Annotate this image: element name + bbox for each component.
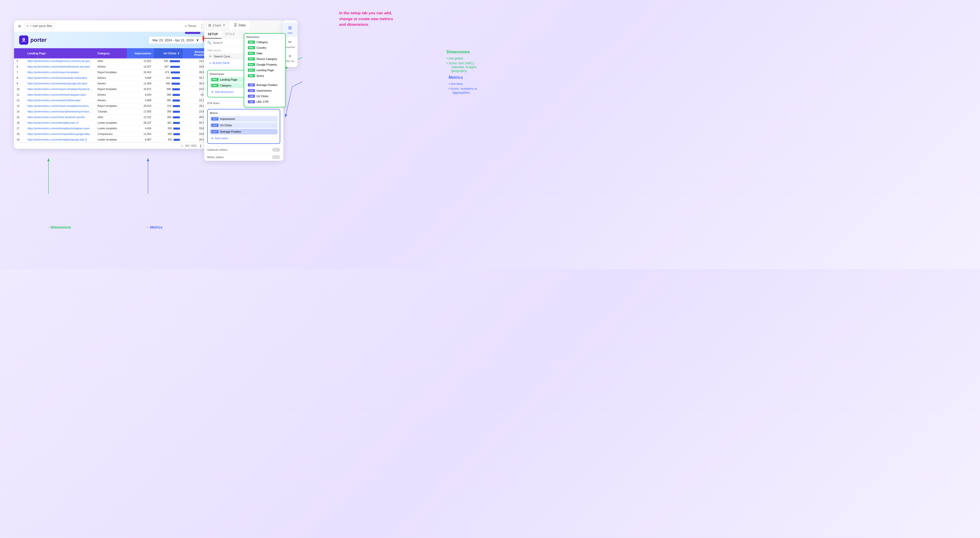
data-source-name: Search Cons... <box>214 55 232 58</box>
metric-point-2: Icons: numbers or aggregation. <box>449 86 477 95</box>
category-cell: Looker templates <box>95 126 127 132</box>
reset-button[interactable]: ↩ Reset <box>185 24 196 28</box>
right-metric-badge: 123 <box>248 89 255 92</box>
setup-tab[interactable]: SETUP <box>204 30 221 38</box>
right-metric-item[interactable]: 123 URL CTR <box>246 99 283 104</box>
right-metric-badge: 123 <box>248 83 255 86</box>
right-metric-item[interactable]: 123 Url Clicks <box>246 94 283 99</box>
right-dim-panel: Dimension RBC Category RBC Country RBC D… <box>244 33 286 107</box>
more-options-button[interactable]: ⋮ <box>199 23 204 29</box>
url-cell: https://portermetrics.com/en/templates/i… <box>25 126 95 132</box>
porter-logo-icon <box>19 35 28 44</box>
impressions-cell: 10,972 <box>127 86 154 92</box>
clicks-cell: 398 <box>154 86 183 92</box>
right-dim-item[interactable]: RBC Country <box>246 45 283 50</box>
dimensions-annotation: Dimensions Are green Icons: text (ABC), … <box>447 50 477 73</box>
category-cell: Articles <box>95 75 127 81</box>
clicks-cell: 350 <box>154 126 183 132</box>
right-metric-label: Average Position <box>256 83 278 86</box>
metric-label: Average Position <box>220 130 241 133</box>
url-clicks-header[interactable]: Url Clicks ▼ <box>154 48 183 59</box>
right-metric-label: URL CTR <box>256 100 269 103</box>
category-cell: other <box>95 114 127 120</box>
dim-label: Landing Page <box>220 78 237 81</box>
optional-metrics-toggle[interactable] <box>272 148 280 152</box>
table-row: 10. https://portermetrics.com/en/report-… <box>14 86 208 92</box>
pagination-info: 1 - 100 / 6602 <box>181 144 197 147</box>
data-tab-icon: ☰ <box>234 23 237 27</box>
right-dim-badge: RBC <box>248 41 255 44</box>
impressions-cell: 28,197 <box>127 120 154 126</box>
right-dim-item[interactable]: RBC Query <box>246 73 283 78</box>
search-icon: 🔍 <box>207 41 211 44</box>
url-cell: https://portermetrics.com/en/articles/pa… <box>25 75 95 81</box>
category-header[interactable]: Category <box>95 48 127 59</box>
table-row: 8. https://portermetrics.com/en/articles… <box>14 75 208 81</box>
porter-header: porter Mar 23, 2024 - Apr 21, 2024 ▼ <box>14 32 208 48</box>
metrics-annotation-title: Metrics <box>449 75 477 80</box>
table-row: 16. https://portermetrics.com/en/templat… <box>14 120 208 126</box>
porter-logo-text: porter <box>30 37 47 43</box>
table-row: 15. https://portermetrics.com/en/free-fa… <box>14 114 208 120</box>
prev-page[interactable]: ❮ <box>200 144 202 147</box>
row-number: 19. <box>14 137 25 143</box>
right-dim-item[interactable]: RBC Category <box>246 40 283 44</box>
chart-tab-icon: ⊞ <box>208 23 211 27</box>
impressions-header[interactable]: Impressions <box>127 48 154 59</box>
porter-logo: porter <box>19 35 47 44</box>
right-dim-badge: RBC <box>248 68 255 72</box>
dim-point-1: Are green <box>447 56 477 61</box>
url-cell: https://portermetrics.com/en/report-temp… <box>25 70 95 75</box>
metric-item[interactable]: AUT Average Position <box>210 129 278 135</box>
metric-sliders-toggle[interactable] <box>272 155 280 159</box>
table-row: 5. https://portermetrics.com/blog/errore… <box>14 59 208 64</box>
add-metric-button[interactable]: + Add metric <box>210 135 278 141</box>
tab-spacer <box>250 21 283 30</box>
dashboard-card: ⊕ + + Add quick filter ↩ Reset ⋮ porter … <box>14 21 208 149</box>
table-container: Landing Page Category Impressions Url Cl… <box>14 48 208 149</box>
svg-point-4 <box>23 39 24 40</box>
metric-item[interactable]: AUT Impressions <box>210 116 278 122</box>
metric-item[interactable]: AUT Url Clicks <box>210 122 278 128</box>
metrics-annotation: Metrics Are blue Icons: numbers or aggre… <box>449 75 477 95</box>
table-row: 6. https://portermetrics.com/en/articles… <box>14 64 208 70</box>
landing-page-header[interactable]: Landing Page <box>25 48 95 59</box>
impressions-cell: 25,543 <box>127 103 154 109</box>
row-num-header <box>14 48 25 59</box>
category-cell: Articles <box>95 92 127 98</box>
table-row: 9. https://portermetrics.com/en/articles… <box>14 81 208 86</box>
right-dim-badge: RBC <box>248 46 255 49</box>
data-icon: ⊞ <box>288 25 292 31</box>
tab-data[interactable]: ☰ Data <box>230 21 250 30</box>
right-dim-label: Date <box>256 52 262 55</box>
metrics-arrow-label: → Metrics <box>145 225 162 229</box>
dimensions-arrow-label: →Dimensions <box>47 225 71 229</box>
dim-point-2: Icons: text (ABC), calendar, images, geo… <box>447 61 477 73</box>
right-dim-item[interactable]: RBC Device Category <box>246 56 283 62</box>
add-filter-button[interactable]: + + Add quick filter <box>24 23 55 29</box>
date-picker[interactable]: Mar 23, 2024 - Apr 21, 2024 ▼ <box>148 37 203 44</box>
metric-sliders-row: Metric sliders <box>204 153 283 161</box>
optional-metrics-label: Optional metrics <box>207 148 228 151</box>
style-tab[interactable]: STYLE <box>221 30 239 38</box>
url-cell: https://portermetrics.com/en/tutorial/sh… <box>25 109 95 114</box>
impressions-cell: 17,605 <box>127 109 154 114</box>
right-dim-item[interactable]: RBC Date <box>246 51 283 56</box>
tab-chart[interactable]: ⊞ Chart ▼ <box>204 21 230 30</box>
right-dim-item[interactable]: RBC Landing Page <box>246 68 283 73</box>
category-cell: Report templates <box>95 103 127 109</box>
right-dim-item[interactable]: RBC Google Property <box>246 62 283 67</box>
impressions-cell: 9,469 <box>127 75 154 81</box>
right-metric-item[interactable]: 123 Impressions <box>246 88 283 93</box>
url-cell: https://portermetrics.com/en/report-temp… <box>25 86 95 92</box>
table-footer: 1 - 100 / 6602 ❮ ❯ <box>14 143 208 149</box>
right-dim-badge: RBC <box>248 74 255 77</box>
clicks-cell: 361 <box>154 120 183 126</box>
url-cell: https://portermetrics.com/en/free-facebo… <box>25 114 95 120</box>
metric-label: Impressions <box>220 117 235 121</box>
metric-point-1: Are blue <box>449 81 477 86</box>
metric-badge: AUT <box>211 130 218 133</box>
right-metric-item[interactable]: 123 Average Position <box>246 83 283 87</box>
impressions-cell: 4,404 <box>127 126 154 132</box>
clicks-cell: 507 <box>154 64 183 70</box>
